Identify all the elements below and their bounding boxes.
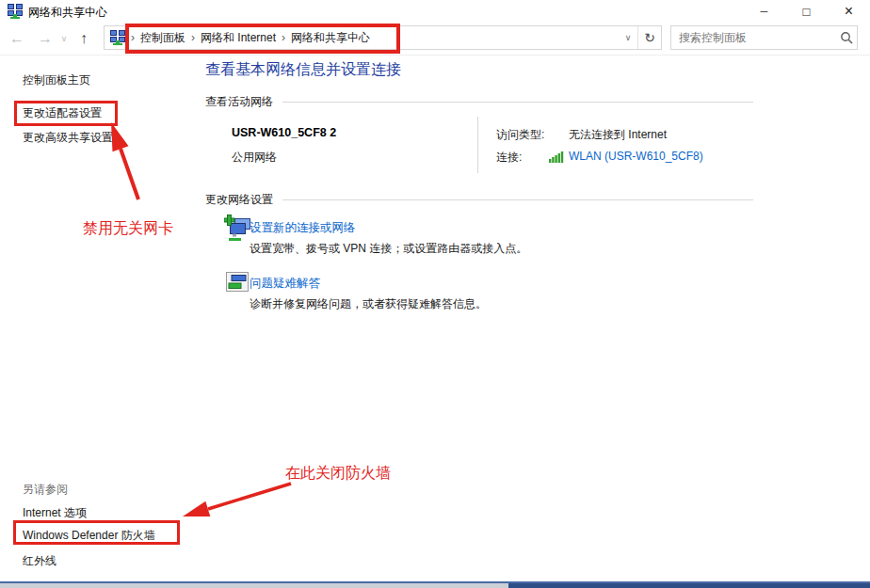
section-divider: [282, 102, 753, 103]
back-icon[interactable]: ←: [4, 23, 30, 55]
forward-icon[interactable]: →: [32, 23, 58, 55]
active-networks-section-header: 查看活动网络: [205, 94, 753, 110]
setup-new-connection-icon: [224, 215, 252, 244]
troubleshoot-desc: 诊断并修复网络问题，或者获得疑难解答信息。: [250, 296, 487, 312]
search-box: [670, 25, 858, 50]
change-network-settings-label: 更改网络设置: [205, 192, 273, 208]
address-bar[interactable]: › 控制面板 › 网络和 Internet › 网络和共享中心 ∨ ↻: [104, 25, 662, 50]
see-also-heading: 另请参阅: [23, 482, 68, 498]
network-card-divider: [477, 117, 478, 173]
sidebar-item-infrared[interactable]: 红外线: [23, 553, 56, 569]
sidebar-item-internet-options[interactable]: Internet 选项: [23, 505, 87, 521]
page-title: 查看基本网络信息并设置连接: [205, 60, 401, 80]
setup-new-connection-desc: 设置宽带、拨号或 VPN 连接；或设置路由器或接入点。: [250, 241, 527, 257]
wifi-signal-icon: [549, 151, 566, 163]
refresh-icon[interactable]: ↻: [637, 26, 661, 49]
recent-locations-chevron-icon[interactable]: ∨: [56, 23, 72, 55]
network-app-icon: [8, 4, 23, 19]
search-icon[interactable]: [836, 31, 857, 44]
active-network-profile: 公用网络: [232, 150, 277, 166]
up-icon[interactable]: ↑: [72, 23, 96, 55]
taskbar-sliver: [508, 583, 870, 588]
maximize-button[interactable]: □: [785, 0, 828, 23]
annotation-note-disable-adapters: 禁用无关网卡: [83, 219, 173, 239]
change-network-settings-section-header: 更改网络设置: [205, 192, 753, 208]
sidebar-item-change-advanced-sharing[interactable]: 更改高级共享设置: [23, 130, 113, 146]
section-divider: [282, 199, 753, 200]
window-title: 网络和共享中心: [28, 5, 107, 21]
access-type-value: 无法连接到 Internet: [569, 127, 667, 143]
caption-buttons: ─ □ ×: [743, 0, 870, 23]
active-networks-label: 查看活动网络: [205, 94, 273, 110]
annotation-arrows: [0, 0, 870, 588]
connection-wlan-link[interactable]: WLAN (USR-W610_5CF8): [569, 150, 703, 163]
access-type-label: 访问类型:: [496, 127, 544, 143]
sidebar-item-windows-defender-firewall[interactable]: Windows Defender 防火墙: [23, 528, 155, 544]
active-network-name: USR-W610_5CF8 2: [232, 126, 336, 139]
breadcrumb-network-and-internet[interactable]: 网络和 Internet: [201, 30, 276, 46]
window-bottom-edge: [0, 581, 870, 588]
breadcrumb-separator-icon: ›: [185, 31, 201, 44]
close-button[interactable]: ×: [828, 0, 870, 23]
breadcrumb-separator-icon: ›: [125, 31, 140, 44]
bottom-scrollbar-area[interactable]: [0, 583, 508, 588]
annotation-note-close-firewall: 在此关闭防火墙: [285, 464, 391, 484]
breadcrumb-network-sharing-center[interactable]: 网络和共享中心: [291, 30, 370, 46]
connection-label: 连接:: [496, 150, 522, 166]
title-bar: 网络和共享中心 ─ □ ×: [0, 0, 870, 23]
troubleshoot-icon: [226, 272, 249, 294]
search-input[interactable]: [671, 31, 836, 44]
setup-new-connection-link[interactable]: 设置新的连接或网络: [250, 220, 356, 236]
network-location-icon: [110, 30, 125, 45]
address-dropdown-chevron-icon[interactable]: ∨: [619, 33, 637, 42]
sidebar-item-change-adapter-settings[interactable]: 更改适配器设置: [23, 105, 102, 121]
navigation-toolbar: ← → ∨ ↑ › 控制面板 › 网络和 Internet › 网络和共享中心: [0, 23, 870, 56]
minimize-button[interactable]: ─: [743, 0, 785, 23]
troubleshoot-link[interactable]: 问题疑难解答: [250, 276, 320, 292]
breadcrumb-control-panel[interactable]: 控制面板: [140, 30, 185, 46]
sidebar-item-control-panel-home[interactable]: 控制面板主页: [23, 72, 90, 88]
breadcrumb-separator-icon: ›: [276, 31, 291, 44]
